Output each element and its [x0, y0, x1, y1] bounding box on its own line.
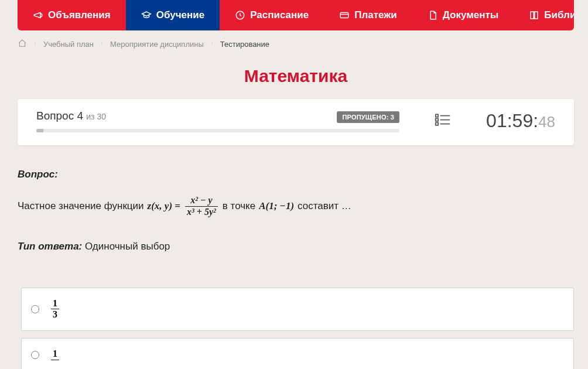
question-block: Вопрос: Частное значение функции z(x, y)…	[18, 169, 574, 252]
nav-label: Документы	[443, 9, 499, 21]
formula-lhs: z(x, y) =	[148, 197, 180, 216]
chevron-right-icon	[210, 40, 214, 49]
options-list: 1 3 1	[21, 288, 574, 369]
question-total: из 30	[86, 112, 106, 121]
formula-numerator: x² − y	[189, 196, 214, 206]
answer-radio[interactable]	[31, 305, 39, 313]
timer-main: 01:59:	[486, 110, 538, 132]
nav-library[interactable]: Библиотека	[514, 0, 574, 30]
question-text-mid: в точке	[223, 197, 255, 216]
question-text-after: составит …	[298, 197, 351, 216]
option-fraction: 1 3	[51, 299, 59, 320]
clock-icon	[235, 10, 245, 20]
question-number: Вопрос 4	[36, 110, 83, 122]
answer-type-label: Тип ответа:	[18, 241, 82, 252]
graduation-icon	[141, 10, 152, 20]
answer-option[interactable]: 1 3	[21, 288, 574, 332]
option-fraction: 1	[51, 349, 59, 361]
megaphone-icon	[33, 10, 43, 20]
formula-fraction: x² − y x³ + 5y²	[185, 196, 218, 217]
option-numerator: 1	[51, 349, 59, 359]
question-label: Вопрос:	[18, 169, 574, 180]
question-text-before: Частное значение функции	[18, 197, 144, 216]
option-numerator: 1	[51, 299, 59, 309]
status-card: Вопрос 4 из 30 ПРОПУЩЕНО: 3	[18, 99, 574, 145]
answer-option[interactable]: 1	[21, 338, 574, 369]
answer-type: Тип ответа: Одиночный выбор	[18, 241, 574, 252]
nav-label: Объявления	[48, 9, 111, 21]
timer: 01:59:48	[486, 110, 555, 132]
breadcrumb-current: Тестирование	[220, 40, 269, 49]
formula-point: A(1; −1)	[259, 197, 294, 216]
fraction-bar	[51, 360, 59, 360]
answer-radio[interactable]	[31, 351, 39, 359]
nav-label: Расписание	[250, 9, 309, 21]
nav-label: Обучение	[156, 9, 204, 21]
timer-seconds: 48	[538, 113, 555, 131]
option-denominator: 3	[51, 310, 59, 320]
formula-denominator: x³ + 5y²	[185, 207, 218, 217]
chevron-right-icon	[33, 40, 37, 49]
nav-announcements[interactable]: Объявления	[18, 0, 126, 30]
card-icon	[339, 10, 350, 20]
chevron-right-icon	[100, 40, 104, 49]
question-list-icon[interactable]	[435, 112, 451, 130]
nav-label: Библиотека	[544, 9, 574, 21]
svg-rect-2	[436, 114, 438, 117]
nav-learning[interactable]: Обучение	[126, 0, 220, 30]
home-icon[interactable]	[18, 39, 27, 50]
skipped-badge: ПРОПУЩЕНО: 3	[337, 111, 399, 123]
nav-label: Платежи	[354, 9, 397, 21]
breadcrumb: Учебный план Мероприятие дисциплины Тест…	[18, 39, 574, 50]
nav-schedule[interactable]: Расписание	[220, 0, 324, 30]
progress-fill	[36, 129, 43, 132]
answer-type-value: Одиночный выбор	[85, 241, 170, 252]
question-text: Частное значение функции z(x, y) = x² − …	[18, 196, 574, 217]
document-icon	[428, 10, 438, 20]
book-icon	[529, 10, 539, 20]
top-nav: Объявления Обучение Расписание Платежи	[18, 0, 574, 30]
nav-payments[interactable]: Платежи	[324, 0, 412, 30]
svg-rect-1	[340, 13, 348, 18]
question-counter: Вопрос 4 из 30	[36, 110, 106, 122]
svg-rect-6	[436, 122, 438, 125]
breadcrumb-link[interactable]: Мероприятие дисциплины	[110, 40, 204, 49]
breadcrumb-link[interactable]: Учебный план	[43, 40, 94, 49]
page-title: Математика	[0, 66, 588, 86]
svg-rect-4	[436, 118, 438, 121]
progress-bar	[36, 129, 399, 132]
nav-documents[interactable]: Документы	[412, 0, 514, 30]
